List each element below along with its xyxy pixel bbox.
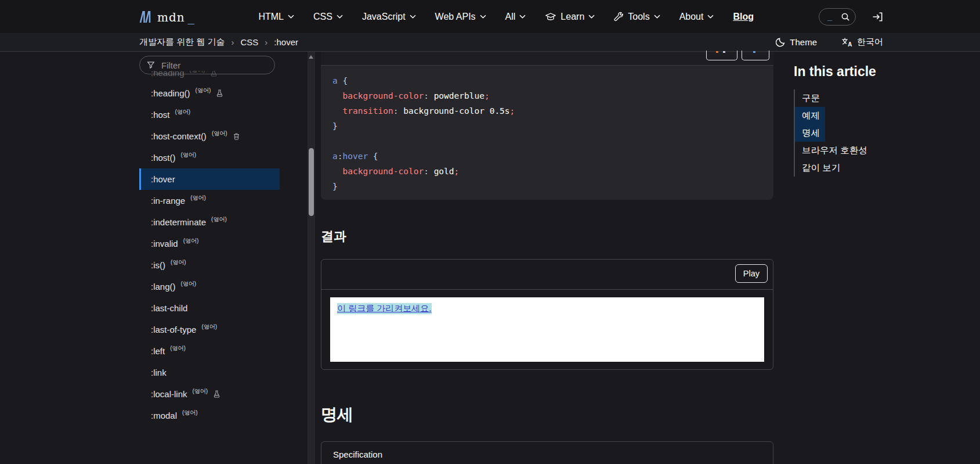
toc-link-예제[interactable]: 예제 [795,107,825,124]
sample-hover-link[interactable]: 이 링크를 가리켜보세요. [337,303,432,314]
nav-blog[interactable]: Blog [733,12,754,22]
code-line: a { [332,73,762,88]
theme-label: Theme [790,37,817,47]
breadcrumb: 개발자를 위한 웹 기술›CSS›:hover [139,37,298,48]
chevron-down-icon [519,15,526,19]
nav-html[interactable]: HTML [258,12,294,22]
sidebar-item-left[interactable]: :left(영어) [128,340,308,362]
language-switcher-button[interactable]: A 한국어 [841,37,883,48]
breadcrumb-bar: 개발자를 위한 웹 기술›CSS›:hover Theme A 한국어 [0,33,980,52]
nav-item: Web APIs [435,12,486,22]
nav-item: All [505,12,526,22]
breadcrumb-item: CSS [241,37,259,47]
experimental-flask-icon [216,89,223,97]
sidebar-item-last-of-type[interactable]: :last-of-type(영어) [128,319,308,340]
breadcrumb-separator: › [265,37,267,47]
nav-label: All [505,12,516,22]
nav-javascript[interactable]: JavaScript [362,12,416,22]
sidebar-item-in-range[interactable]: :in-range(영어) [128,190,308,211]
toc-item: 같이 보기 [795,159,968,177]
mdn-page: mdn _ HTMLCSSJavaScriptWeb APIsAllLearnT… [0,0,980,464]
breadcrumb-item: :hover [274,37,298,47]
nav-item: CSS [313,12,343,22]
play-button[interactable]: Play [735,264,768,283]
sidebar-item-modal[interactable]: :modal(영어) [128,405,308,426]
sidebar-item-is[interactable]: :is()(영어) [128,254,308,276]
sidebar-item-heading[interactable]: :heading(영어) [128,71,308,82]
main-nav: HTMLCSSJavaScriptWeb APIsAllLearnToolsAb… [258,12,754,22]
code-line: a:hover { [332,149,762,164]
search-placeholder: _ [827,12,832,21]
sidebar-item-lang[interactable]: :lang()(영어) [128,276,308,297]
code-toolbar-button-partial-2[interactable] [742,51,769,60]
sidebar-item-label: :heading() [151,88,190,98]
code-line: background-color: gold; [332,164,762,179]
nav-learn[interactable]: Learn [545,12,595,22]
toc-item: 브라우저 호환성 [795,142,968,159]
search-input[interactable]: _ [819,8,856,26]
english-only-badge: (영어) [170,344,186,353]
css-code-block[interactable]: a { background-color: powderblue; transi… [321,65,773,200]
toc-link-같이-보기[interactable]: 같이 보기 [795,159,845,177]
sidebar-item-host[interactable]: :host()(영어) [128,147,308,168]
nav-item: Blog [733,12,754,22]
sidebar-item-label: :invalid [151,239,178,249]
sidebar-item-label: :heading [151,71,185,78]
sign-in-button[interactable] [872,12,883,22]
sidebar-item-label: :indeterminate [151,217,206,227]
code-toolbar-button-partial-1[interactable] [706,51,737,60]
search-icon[interactable] [841,12,850,21]
toc-link-명세[interactable]: 명세 [795,124,825,142]
nav-label: Learn [560,12,584,22]
english-only-badge: (영어) [183,237,199,245]
wrench-icon [614,12,624,21]
live-sample-frame: Play 이 링크를 가리켜보세요. [321,259,773,370]
sidebar-item-label: :link [151,368,167,377]
toc-link-브라우저-호환성[interactable]: 브라우저 호환성 [795,142,873,159]
sidebar-item-indeterminate[interactable]: :indeterminate(영어) [128,211,308,233]
english-only-badge: (영어) [212,130,227,138]
sidebar-item-label: :hover [151,174,175,184]
breadcrumb-link-개발자를-위한-웹-기술[interactable]: 개발자를 위한 웹 기술 [139,37,225,46]
toolbar-icon-fragment [723,51,725,53]
english-only-badge: (영어) [190,194,206,202]
sidebar-item-heading[interactable]: :heading()(영어) [128,82,308,104]
nav-label: HTML [258,12,284,22]
code-line: background-color: powderblue; [332,88,762,103]
scrollbar-thumb[interactable] [309,148,314,216]
sidebar-item-hover[interactable]: :hover [139,168,280,190]
nav-tools[interactable]: Tools [614,12,660,22]
sidebar-item-invalid[interactable]: :invalid(영어) [128,233,308,254]
nav-all[interactable]: All [505,12,526,22]
chevron-down-icon [288,15,294,19]
breadcrumb-link-css[interactable]: CSS [241,37,259,47]
english-only-badge: (영어) [201,323,217,331]
sidebar-scrollbar[interactable] [308,52,315,464]
sidebar-item-link[interactable]: :link [128,362,308,383]
sidebar-item-label: :local-link [151,389,187,399]
mdn-logo[interactable]: mdn _ [139,10,194,23]
sidebar-item-host-context[interactable]: :host-context()(영어) [128,125,308,147]
sidebar-item-last-child[interactable]: :last-child [128,297,308,319]
chevron-down-icon [588,15,595,19]
theme-toggle-button[interactable]: Theme [776,37,817,47]
svg-text:A: A [848,41,852,47]
toc-link-구문[interactable]: 구문 [795,89,825,107]
nav-about[interactable]: About [679,12,714,22]
nav-css[interactable]: CSS [313,12,343,22]
mdn-logo-icon [139,10,154,23]
scrollbar-up-arrow-icon[interactable] [309,55,313,59]
language-label: 한국어 [857,37,883,48]
nav-label: About [679,12,704,22]
nav-web-apis[interactable]: Web APIs [435,12,486,22]
breadcrumb-link-hover[interactable]: :hover [274,37,298,47]
toc-item: 명세 [795,124,968,142]
english-only-badge: (영어) [175,108,191,116]
live-sample-iframe: 이 링크를 가리켜보세요. [330,297,764,362]
sidebar-item-label: :host-context() [151,131,207,141]
sidebar-item-local-link[interactable]: :local-link(영어) [128,383,308,405]
code-example-toolbar [321,52,773,65]
code-line: transition: background-color 0.5s; [332,103,762,118]
toolbar-icon-fragment [753,51,755,53]
sidebar-item-host[interactable]: :host(영어) [128,104,308,125]
